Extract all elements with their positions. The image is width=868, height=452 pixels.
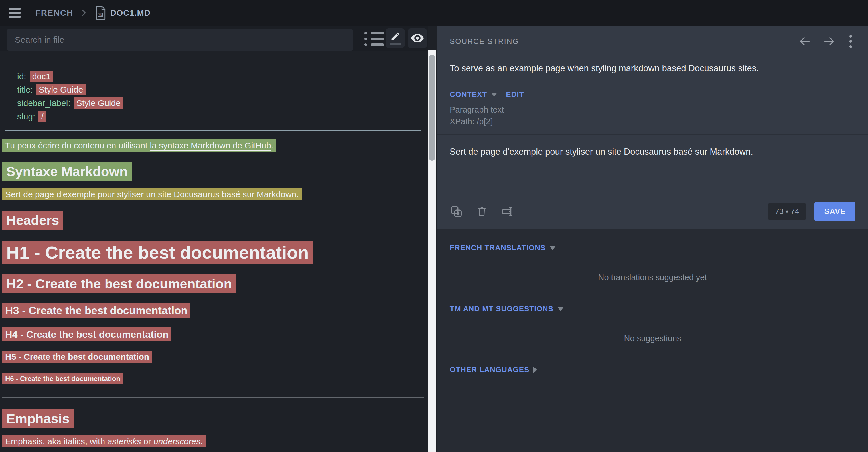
chevron-down-icon (557, 307, 564, 311)
doc-paragraph-emphasis: Emphasis, aka italics, with asterisks or… (2, 437, 428, 446)
doc-heading-h6: H6 - Create the best documentation (2, 375, 428, 383)
intro-text-end: . (271, 141, 274, 150)
char-count-badge: 73 • 74 (768, 203, 807, 220)
translatable-string[interactable]: Tu peux écrire du contenu en utilisant l… (2, 139, 276, 152)
chevron-down-icon (550, 246, 556, 250)
document-scrollbar-track[interactable] (428, 50, 436, 452)
doc-horizontal-rule (2, 397, 424, 397)
section-label: OTHER LANGUAGES (450, 365, 529, 374)
source-string-text: To serve as an example page when styling… (450, 63, 856, 73)
translatable-string[interactable]: H6 - Create the best documentation (2, 373, 123, 384)
frontmatter-line: title:Style Guide (17, 83, 414, 96)
emphasis-text: Emphasis, aka italics, with (5, 437, 107, 446)
menu-icon[interactable] (8, 8, 21, 18)
chevron-down-icon (491, 93, 497, 97)
doc-paragraph-selected: Sert de page d'exemple pour styliser un … (2, 190, 428, 199)
translations-empty-text: No translations suggested yet (437, 273, 868, 282)
doc-heading-syntax: Syntaxe Markdown (2, 164, 428, 179)
doc-paragraph-intro: Tu peux écrire du contenu en utilisant l… (2, 141, 428, 151)
doc-heading-h1: H1 - Create the best documentation (2, 242, 428, 263)
translatable-string[interactable]: H4 - Create the best documentation (2, 327, 171, 341)
edit-context-button[interactable]: EDIT (506, 90, 524, 99)
translation-editor[interactable]: Sert de page d'exemple pour styliser un … (450, 147, 856, 157)
frontmatter-block: id:doc1 title:Style Guide sidebar_label:… (5, 63, 422, 131)
section-label: FRENCH TRANSLATIONS (450, 244, 546, 252)
string-navigation (798, 35, 854, 48)
selected-translatable-string[interactable]: Sert de page d'exemple pour styliser un … (2, 188, 302, 200)
emphasis-text: . (200, 437, 203, 446)
context-xpath-text: XPath: /p[2] (450, 117, 856, 126)
frontmatter-line: id:doc1 (17, 69, 414, 83)
chevron-right-icon (533, 367, 537, 373)
save-button[interactable]: SAVE (814, 202, 856, 221)
previous-string-icon[interactable] (798, 35, 811, 48)
doc-heading-h5: H5 - Create the best documentation (2, 352, 428, 362)
suggestions-area: FRENCH TRANSLATIONS No translations sugg… (437, 229, 868, 452)
italic-word: underscores (153, 437, 200, 446)
top-bar: FRENCH M↓ DOC1.MD (0, 0, 868, 26)
emphasis-text: or (141, 437, 153, 446)
editor-divider (437, 134, 868, 135)
string-list-icon[interactable] (365, 32, 384, 46)
source-string-header: SOURCE STRING (450, 35, 856, 48)
document-scrollbar-thumb[interactable] (429, 55, 435, 161)
translatable-string[interactable]: Emphasis, aka italics, with asterisks or… (2, 435, 206, 447)
pencil-icon (390, 31, 401, 42)
frontmatter-key: slug: (17, 112, 35, 121)
chevron-right-icon (80, 8, 88, 17)
panel-title: SOURCE STRING (450, 37, 519, 46)
context-type-text: Paragraph text (450, 105, 856, 115)
svg-text:M↓: M↓ (99, 14, 103, 17)
preview-mode-button[interactable] (408, 29, 427, 48)
doc-heading-emphasis: Emphasis (2, 411, 428, 426)
frontmatter-line: slug:/ (17, 110, 414, 123)
eye-icon (410, 31, 425, 45)
insert-text-field-icon[interactable] (501, 205, 514, 218)
intro-text: Tu peux écrire du contenu en utilisant (5, 141, 150, 150)
section-other-languages[interactable]: OTHER LANGUAGES (437, 365, 868, 374)
context-row: CONTEXT EDIT (450, 90, 856, 99)
breadcrumb-language[interactable]: FRENCH (35, 8, 73, 18)
frontmatter-key: sidebar_label: (17, 98, 70, 108)
translatable-string[interactable]: H3 - Create the best documentation (2, 303, 190, 318)
edit-mode-underline (390, 43, 401, 45)
frontmatter-value-string[interactable]: / (38, 111, 46, 122)
document-content: id:doc1 title:Style Guide sidebar_label:… (0, 57, 428, 452)
copy-source-icon[interactable] (450, 205, 463, 218)
suggestions-empty-text: No suggestions (437, 334, 868, 343)
markdown-file-icon: M↓ (94, 6, 106, 20)
translatable-string[interactable]: H1 - Create the best documentation (2, 240, 313, 264)
translatable-string[interactable]: H2 - Create the best documentation (2, 274, 236, 293)
delete-translation-icon[interactable] (476, 205, 488, 218)
italic-word: asterisks (107, 437, 141, 446)
translatable-string[interactable]: H5 - Create the best documentation (2, 351, 152, 363)
frontmatter-key: id: (17, 71, 26, 81)
editor-toolbar: 73 • 74 SAVE (450, 202, 856, 221)
breadcrumb-file-name[interactable]: DOC1.MD (111, 8, 151, 18)
section-label: TM AND MT SUGGESTIONS (450, 304, 554, 313)
more-options-icon[interactable] (847, 35, 854, 48)
frontmatter-line: sidebar_label:Style Guide (17, 96, 414, 110)
search-input[interactable] (7, 29, 353, 51)
section-french-translations[interactable]: FRENCH TRANSLATIONS (437, 244, 868, 252)
markdown-syntax-link[interactable]: la syntaxe Markdown de GitHub (150, 141, 271, 150)
frontmatter-key: title: (17, 85, 33, 94)
source-string-card: SOURCE STRING To serve as an example pag… (437, 26, 868, 229)
doc-heading-h3: H3 - Create the best documentation (2, 305, 428, 317)
doc-heading-h2: H2 - Create the best documentation (2, 276, 428, 292)
frontmatter-value-string[interactable]: doc1 (30, 71, 53, 82)
edit-mode-button[interactable] (385, 29, 405, 48)
doc-heading-h4: H4 - Create the best documentation (2, 329, 428, 340)
section-tm-mt-suggestions[interactable]: TM AND MT SUGGESTIONS (437, 304, 868, 313)
translation-panel: SOURCE STRING To serve as an example pag… (437, 26, 868, 452)
next-string-icon[interactable] (823, 35, 836, 48)
search-toolbar (0, 26, 428, 51)
doc-heading-headers: Headers (2, 212, 428, 228)
frontmatter-value-string[interactable]: Style Guide (36, 84, 86, 95)
context-toggle[interactable]: CONTEXT (450, 90, 487, 99)
document-panel: id:doc1 title:Style Guide sidebar_label:… (0, 26, 428, 452)
translatable-string[interactable]: Emphasis (2, 409, 73, 428)
frontmatter-value-string[interactable]: Style Guide (74, 97, 123, 108)
translatable-string[interactable]: Syntaxe Markdown (2, 162, 132, 181)
translatable-string[interactable]: Headers (2, 211, 63, 230)
